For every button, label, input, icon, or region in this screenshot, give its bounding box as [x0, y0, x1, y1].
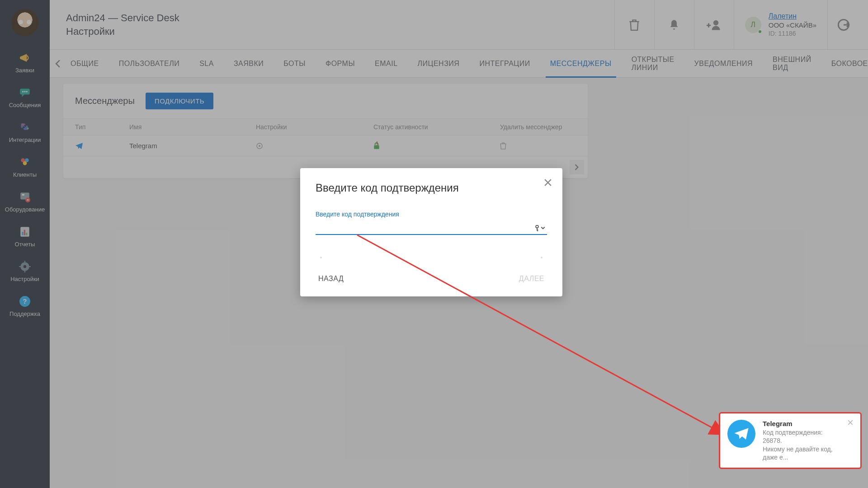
telegram-toast[interactable]: Telegram Код подтверждения: 26878. Ником…: [719, 412, 862, 469]
dialog-stepper-dots: [320, 257, 542, 258]
telegram-icon: [727, 420, 755, 448]
key-icon[interactable]: [534, 225, 545, 231]
code-field-label: Введите код подтверждения: [316, 211, 547, 218]
toast-close-button[interactable]: [848, 420, 853, 425]
dialog-title: Введите код подтверждения: [316, 182, 547, 194]
close-icon: [544, 179, 552, 186]
close-icon: [848, 420, 853, 425]
code-input[interactable]: [316, 220, 547, 235]
next-button: ДАЛЕЕ: [516, 272, 547, 286]
toast-text: Код подтверждения: 26878. Никому не дава…: [763, 428, 840, 461]
confirmation-code-dialog: Введите код подтверждения Введите код по…: [300, 168, 562, 296]
back-button[interactable]: НАЗАД: [316, 272, 346, 286]
svg-point-30: [536, 225, 538, 228]
toast-title: Telegram: [763, 420, 840, 427]
dialog-close-button[interactable]: [544, 179, 552, 186]
